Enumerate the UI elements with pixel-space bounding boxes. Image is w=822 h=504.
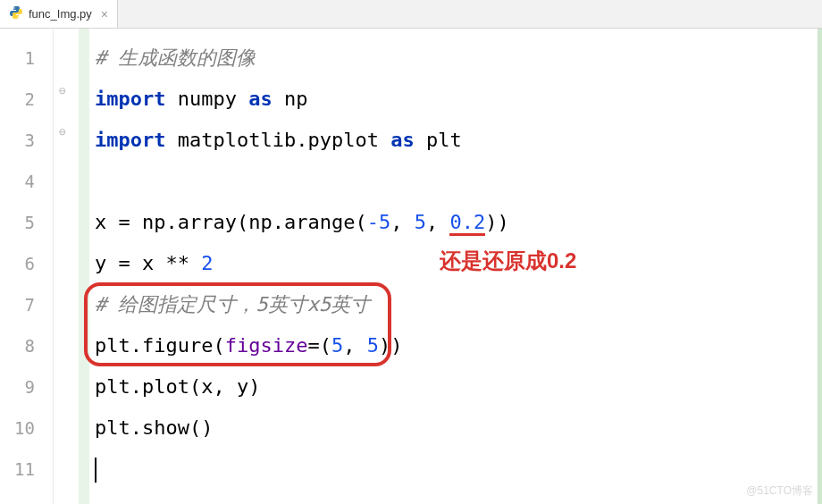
line-number: 1 bbox=[0, 38, 53, 79]
watermark: @51CTO博客 bbox=[746, 483, 813, 499]
fold-gutter: ⊖ ⊖ bbox=[54, 29, 79, 504]
code-line bbox=[95, 449, 818, 490]
line-number: 10 bbox=[0, 407, 53, 449]
code-line: plt.plot(x, y) bbox=[95, 366, 818, 407]
svg-point-1 bbox=[17, 16, 18, 17]
tab-filename: func_Img.py bbox=[29, 7, 92, 21]
code-line: import numpy as np bbox=[95, 79, 818, 120]
code-area[interactable]: # 生成函数的图像 import numpy as np import matp… bbox=[89, 29, 822, 504]
line-number-gutter: 1 2 3 4 5 6 7 8 9 10 11 bbox=[0, 29, 54, 504]
code-line bbox=[95, 161, 818, 202]
line-number: 5 bbox=[0, 202, 53, 243]
text-caret bbox=[95, 458, 96, 483]
fold-icon[interactable]: ⊖ bbox=[59, 125, 71, 138]
close-tab-icon[interactable]: × bbox=[101, 7, 108, 21]
code-line: # 生成函数的图像 bbox=[95, 38, 818, 79]
line-number: 11 bbox=[0, 449, 53, 490]
tab-bar: func_Img.py × bbox=[0, 0, 822, 29]
code-line: # 给图指定尺寸，5英寸x5英寸 bbox=[95, 284, 818, 325]
code-line: import matplotlib.pyplot as plt bbox=[95, 120, 818, 161]
line-number: 7 bbox=[0, 284, 53, 325]
line-number: 2 bbox=[0, 79, 53, 120]
code-editor[interactable]: 1 2 3 4 5 6 7 8 9 10 11 ⊖ ⊖ # 生成函数的图像 im… bbox=[0, 29, 822, 504]
line-number: 4 bbox=[0, 161, 53, 202]
file-tab[interactable]: func_Img.py × bbox=[0, 0, 118, 28]
svg-point-0 bbox=[13, 7, 14, 8]
code-line: x = np.array(np.arange(-5, 5, 0.2)) bbox=[95, 202, 818, 243]
fold-icon[interactable]: ⊖ bbox=[59, 84, 71, 97]
line-number: 9 bbox=[0, 366, 53, 407]
code-line: plt.show() bbox=[95, 407, 818, 449]
annotation-text: 还是还原成0.2 bbox=[440, 247, 576, 275]
line-number: 3 bbox=[0, 120, 53, 161]
python-file-icon bbox=[9, 5, 23, 22]
line-number: 6 bbox=[0, 243, 53, 284]
line-number: 8 bbox=[0, 325, 53, 366]
code-line: plt.figure(figsize=(5, 5)) bbox=[95, 325, 818, 366]
indent-guide bbox=[79, 29, 89, 504]
